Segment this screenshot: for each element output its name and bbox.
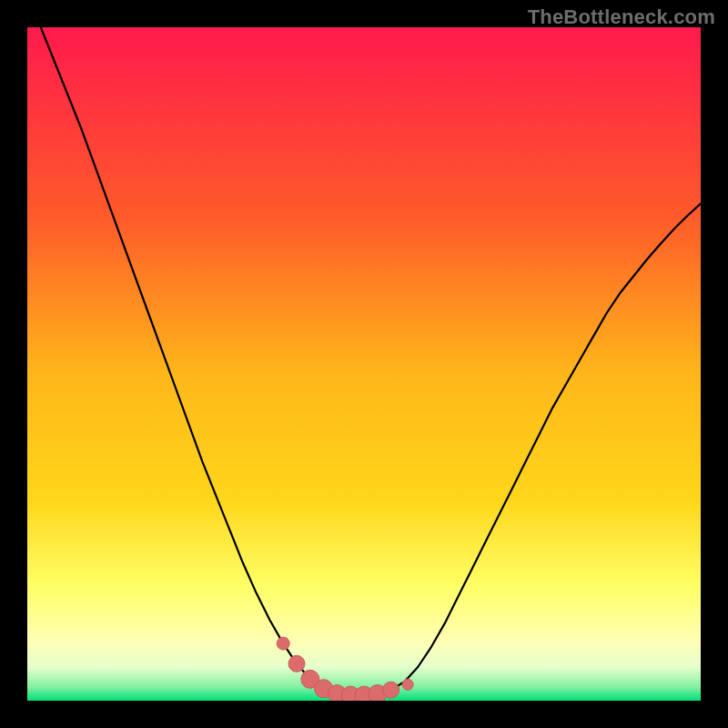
plot-area (27, 27, 701, 701)
highlight-marker (402, 679, 413, 690)
highlight-marker (288, 655, 305, 672)
highlight-marker (277, 637, 289, 650)
watermark-text: TheBottleneck.com (528, 5, 715, 29)
gradient-background (27, 27, 701, 701)
outer-frame: TheBottleneck.com (0, 0, 728, 728)
chart-svg (27, 27, 701, 701)
highlight-marker (383, 682, 399, 698)
